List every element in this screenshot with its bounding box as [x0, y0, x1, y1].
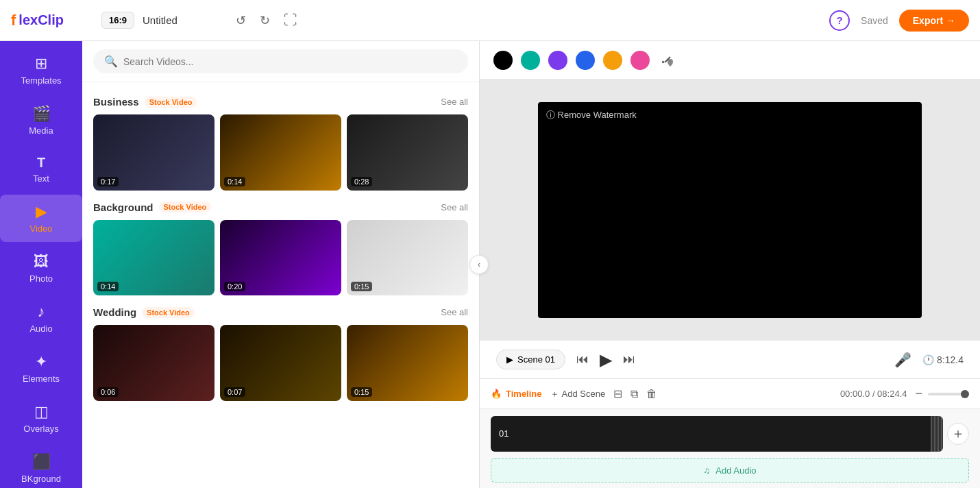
playback-controls: ▶ Scene 01 ⏮ ▶ ⏭ 🎤 🕐 8:12.4 — [480, 340, 980, 378]
next-scene-button[interactable]: ⏭ — [623, 352, 635, 367]
sidebar-item-photo[interactable]: 🖼 Photo — [0, 245, 82, 292]
time-display: 🕐 8:12.4 — [922, 354, 964, 365]
watermark-notice[interactable]: ⓘ Remove Watermark — [546, 109, 637, 121]
color-yellow[interactable] — [603, 51, 622, 70]
track-clip-1[interactable]: 01 — [491, 416, 942, 452]
audio-icon: ♪ — [38, 303, 45, 321]
preview-canvas-area: ⓘ Remove Watermark — [480, 80, 980, 340]
delete-button[interactable]: 🗑 — [646, 388, 657, 400]
overlays-icon: ◫ — [34, 403, 49, 421]
business-video-2[interactable]: 0:14 — [220, 114, 341, 191]
fill-tool-icon — [659, 52, 676, 69]
svg-rect-0 — [661, 60, 664, 63]
collapse-panel-button[interactable]: ‹ — [469, 255, 489, 274]
preview-area: ⓘ Remove Watermark ▶ Scene 01 ⏮ ▶ ⏭ 🎤 🕐 … — [480, 41, 980, 488]
sidebar-item-overlays[interactable]: ◫ Overlays — [0, 395, 82, 442]
wedding-video-2[interactable]: 0:07 — [220, 325, 341, 401]
photo-icon: 🖼 — [34, 253, 49, 271]
video-icon: ▶ — [36, 203, 47, 221]
export-button[interactable]: Export → — [899, 10, 969, 32]
color-black[interactable] — [493, 51, 513, 70]
redo-button[interactable]: ↻ — [257, 10, 273, 31]
sidebar-label-bkground: BKground — [21, 474, 61, 484]
fill-tool-button[interactable] — [658, 51, 677, 70]
track-handle[interactable] — [931, 416, 943, 452]
business-video-1[interactable]: 0:17 — [93, 114, 215, 191]
search-box: 🔍 — [93, 49, 468, 73]
templates-icon: ⊞ — [35, 55, 47, 73]
topbar: f lexClip 16:9 ↺ ↻ ⛶ ? Saved Export → — [0, 0, 980, 41]
play-button[interactable]: ▶ — [600, 350, 612, 369]
text-icon: T — [37, 155, 45, 171]
video-panel: 🔍 Business Stock Video See all 0:17 0:14 — [82, 41, 480, 488]
add-scene-button[interactable]: ＋ Add Scene — [550, 388, 606, 400]
background-video-2[interactable]: 0:20 — [220, 220, 341, 296]
ratio-button[interactable]: 16:9 — [101, 12, 134, 29]
video-preview[interactable]: ⓘ Remove Watermark — [538, 102, 922, 318]
sidebar-item-media[interactable]: 🎬 Media — [0, 97, 82, 144]
business-video-3[interactable]: 0:28 — [347, 114, 468, 191]
zoom-thumb — [961, 390, 969, 398]
timeline-track: 01 ＋ — [480, 409, 980, 458]
business-see-all[interactable]: See all — [441, 97, 468, 107]
sidebar-label-audio: Audio — [29, 324, 52, 334]
logo-f-letter: f — [11, 12, 16, 29]
background-video-grid: 0:14 0:20 0:15 — [93, 220, 468, 296]
panel-content: Business Stock Video See all 0:17 0:14 0… — [82, 82, 479, 488]
sidebar-label-media: Media — [29, 125, 53, 136]
play-triangle-small: ▶ — [506, 354, 513, 365]
bkground-icon: ⬛ — [32, 453, 51, 471]
copy-button[interactable]: ⧉ — [630, 388, 638, 400]
color-blue[interactable] — [576, 51, 595, 70]
fullscreen-button[interactable]: ⛶ — [281, 10, 300, 31]
sidebar-item-audio[interactable]: ♪ Audio — [0, 295, 82, 342]
zoom-slider[interactable] — [928, 393, 969, 395]
color-teal[interactable] — [521, 51, 540, 70]
topbar-right: ? Saved Export → — [829, 10, 969, 32]
duration-1: 0:17 — [97, 177, 119, 186]
w-duration-2: 0:07 — [224, 387, 245, 397]
w-duration-1: 0:06 — [97, 387, 119, 397]
background-see-all[interactable]: See all — [441, 202, 468, 212]
timeline-label: Timeline — [506, 389, 542, 399]
w-duration-3: 0:15 — [351, 387, 372, 397]
sidebar-item-video[interactable]: ▶ Video — [0, 195, 82, 242]
background-video-3[interactable]: 0:15 — [347, 220, 468, 296]
sidebar-label-templates: Templates — [21, 75, 61, 86]
wedding-see-all[interactable]: See all — [441, 307, 468, 317]
sidebar-item-text[interactable]: T Text — [0, 147, 82, 192]
sidebar-label-elements: Elements — [23, 374, 60, 384]
color-pink[interactable] — [630, 51, 650, 70]
add-icon: ＋ — [550, 388, 559, 400]
background-video-1[interactable]: 0:14 — [93, 220, 215, 296]
wedding-video-1[interactable]: 0:06 — [93, 325, 215, 401]
sidebar-item-templates[interactable]: ⊞ Templates — [0, 47, 82, 94]
mic-icon[interactable]: 🎤 — [894, 352, 911, 368]
title-input[interactable] — [143, 14, 225, 26]
search-input[interactable] — [123, 56, 457, 67]
scene-button[interactable]: ▶ Scene 01 — [496, 350, 565, 369]
color-toolbar — [480, 41, 980, 80]
sidebar-label-video: Video — [29, 223, 52, 234]
sidebar-item-elements[interactable]: ✦ Elements — [0, 345, 82, 392]
business-video-grid: 0:17 0:14 0:28 — [93, 114, 468, 191]
sidebar-item-bkground[interactable]: ⬛ BKground — [0, 445, 82, 488]
undo-button[interactable]: ↺ — [233, 10, 249, 31]
color-purple[interactable] — [548, 51, 567, 70]
background-section-header: Background Stock Video See all — [93, 202, 468, 213]
main-content: ⊞ Templates 🎬 Media T Text ▶ Video 🖼 Pho… — [0, 41, 980, 488]
help-button[interactable]: ? — [829, 10, 850, 31]
prev-scene-button[interactable]: ⏮ — [576, 352, 589, 367]
add-clip-button[interactable]: ＋ — [947, 423, 969, 445]
zoom-out-button[interactable]: − — [915, 387, 922, 401]
music-icon: ♫ — [703, 465, 710, 476]
split-button[interactable]: ⊟ — [613, 387, 622, 400]
sidebar-label-text: Text — [33, 173, 49, 184]
time-info: 00:00.0 / 08:24.4 — [840, 389, 907, 399]
ctrl-right: 🎤 🕐 8:12.4 — [894, 352, 964, 368]
sidebar: ⊞ Templates 🎬 Media T Text ▶ Video 🖼 Pho… — [0, 41, 82, 488]
business-badge: Stock Video — [145, 97, 197, 108]
wedding-video-3[interactable]: 0:15 — [347, 325, 468, 401]
audio-track[interactable]: ♫ Add Audio — [491, 458, 969, 483]
timeline-button[interactable]: 🔥 Timeline — [491, 389, 542, 399]
